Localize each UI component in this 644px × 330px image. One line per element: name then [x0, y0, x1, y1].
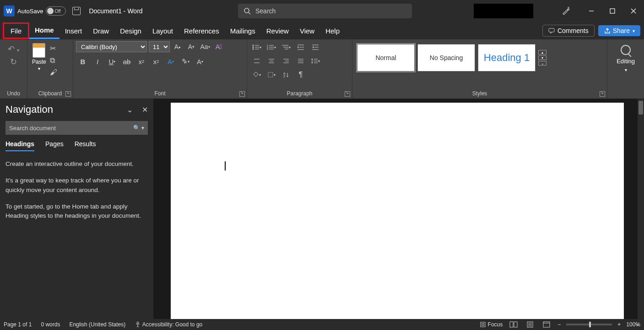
focus-mode-button[interactable]: Focus: [480, 321, 503, 328]
text-effects-button[interactable]: A▾: [164, 55, 178, 68]
shading-button[interactable]: ▾: [250, 69, 264, 81]
file-tab[interactable]: File: [3, 22, 29, 39]
styles-gallery-more[interactable]: ▴▾⌄: [538, 50, 547, 66]
font-color-button[interactable]: A▾: [193, 55, 207, 68]
tab-help[interactable]: Help: [320, 22, 345, 39]
nav-tab-results[interactable]: Results: [75, 140, 96, 151]
scrollbar-thumb[interactable]: [639, 101, 643, 115]
file-label: File: [11, 27, 22, 35]
justify-button[interactable]: [294, 55, 308, 67]
menu-bar: File Home Insert Draw Design Layout Refe…: [0, 22, 644, 39]
share-button[interactable]: Share ▾: [598, 25, 640, 36]
align-right-button[interactable]: [279, 55, 293, 67]
superscript-button[interactable]: x2: [149, 55, 163, 68]
copy-button[interactable]: ⧉: [50, 56, 57, 65]
svg-rect-54: [543, 322, 550, 327]
nav-close-button[interactable]: ✕: [142, 105, 148, 114]
font-size-select[interactable]: 11: [149, 41, 170, 52]
comment-icon: [548, 28, 555, 34]
word-count[interactable]: 0 words: [41, 321, 60, 328]
grow-font-button[interactable]: A▴: [172, 41, 184, 52]
nav-chevron-down-icon[interactable]: ⌄: [127, 105, 133, 114]
font-name-select[interactable]: Calibri (Body): [76, 41, 147, 52]
main-area: Navigation ⌄ ✕ 🔍 ▾ Headings Pages Result…: [0, 99, 644, 319]
vertical-scrollbar[interactable]: [638, 99, 644, 319]
cut-button[interactable]: ✂: [50, 44, 57, 53]
italic-button[interactable]: I: [91, 55, 104, 68]
tab-draw[interactable]: Draw: [87, 22, 114, 39]
bullets-button[interactable]: ▾: [250, 41, 264, 53]
tab-home[interactable]: Home: [29, 22, 60, 39]
save-icon[interactable]: [72, 7, 81, 15]
tab-mailings[interactable]: Mailings: [225, 22, 261, 39]
borders-button[interactable]: ▾: [265, 69, 278, 81]
align-center-button[interactable]: [265, 55, 278, 67]
nav-header: Navigation ⌄ ✕: [5, 104, 148, 116]
document-title: Document1 - Word: [89, 7, 142, 15]
paste-button[interactable]: Paste ▾: [30, 41, 48, 89]
svg-rect-46: [481, 322, 485, 327]
shrink-font-button[interactable]: A▾: [185, 41, 197, 52]
style-heading-1[interactable]: Heading 1: [478, 44, 536, 72]
strikethrough-button[interactable]: ab: [120, 55, 134, 68]
find-icon[interactable]: [621, 45, 631, 55]
nav-tab-pages[interactable]: Pages: [45, 140, 64, 151]
tab-insert[interactable]: Insert: [60, 22, 88, 39]
sort-button[interactable]: AZ: [279, 69, 293, 81]
show-marks-button[interactable]: ¶: [294, 69, 308, 81]
web-layout-button[interactable]: [541, 320, 552, 329]
autosave-switch[interactable]: Off: [46, 6, 66, 16]
maximize-button[interactable]: [602, 4, 623, 18]
autosave-toggle[interactable]: AutoSave Off: [17, 6, 66, 16]
nav-search-box[interactable]: 🔍 ▾: [5, 121, 148, 135]
multilevel-list-button[interactable]: ▾: [279, 41, 293, 53]
line-spacing-button[interactable]: ▾: [308, 55, 322, 67]
tab-view[interactable]: View: [294, 22, 320, 39]
bold-button[interactable]: B: [76, 55, 90, 68]
clipboard-launcher[interactable]: [65, 91, 71, 97]
style-normal[interactable]: Normal: [357, 44, 415, 72]
subscript-button[interactable]: x2: [135, 55, 148, 68]
search-box[interactable]: Search: [238, 4, 412, 18]
tab-references[interactable]: References: [179, 22, 225, 39]
styles-launcher[interactable]: [600, 91, 605, 97]
print-layout-button[interactable]: [525, 320, 536, 329]
close-button[interactable]: [623, 4, 644, 18]
align-left-button[interactable]: [250, 55, 264, 67]
status-bar: Page 1 of 1 0 words English (United Stat…: [0, 319, 644, 330]
font-launcher[interactable]: [239, 91, 245, 97]
highlight-button[interactable]: ✎▾: [179, 55, 192, 68]
document-page[interactable]: [171, 103, 624, 319]
read-mode-button[interactable]: [508, 320, 519, 329]
tab-layout[interactable]: Layout: [147, 22, 179, 39]
style-no-spacing[interactable]: No Spacing: [417, 44, 475, 72]
underline-button[interactable]: U▾: [105, 55, 119, 68]
decrease-indent-button[interactable]: [294, 41, 308, 53]
zoom-in-button[interactable]: +: [617, 321, 621, 328]
document-area: [153, 99, 644, 319]
nav-search-icon[interactable]: 🔍 ▾: [133, 125, 144, 131]
accessibility-status[interactable]: Accessibility: Good to go: [135, 321, 202, 328]
nav-search-input[interactable]: [9, 125, 133, 132]
numbering-button[interactable]: 123▾: [265, 41, 278, 53]
ribbon-collapse-button[interactable]: ⌄: [635, 320, 640, 327]
nav-tab-headings[interactable]: Headings: [5, 140, 34, 151]
minimize-button[interactable]: [581, 4, 602, 18]
clear-formatting-button[interactable]: A⃠: [213, 41, 225, 52]
zoom-slider[interactable]: [566, 324, 612, 325]
zoom-out-button[interactable]: −: [557, 321, 561, 328]
language-indicator[interactable]: English (United States): [69, 321, 125, 328]
page-indicator[interactable]: Page 1 of 1: [4, 321, 32, 328]
redo-button[interactable]: ↻: [10, 57, 17, 67]
undo-button[interactable]: ↶ ▾: [8, 44, 19, 54]
tab-review[interactable]: Review: [261, 22, 294, 39]
coming-soon-icon[interactable]: [555, 4, 576, 18]
format-painter-button[interactable]: 🖌: [50, 68, 57, 77]
chevron-down-icon[interactable]: ▾: [625, 67, 627, 72]
paragraph-launcher[interactable]: [345, 91, 350, 97]
increase-indent-button[interactable]: [308, 41, 322, 53]
comments-button[interactable]: Comments: [542, 25, 595, 37]
tab-design[interactable]: Design: [114, 22, 147, 39]
change-case-button[interactable]: Aa▾: [199, 41, 211, 52]
navigation-pane: Navigation ⌄ ✕ 🔍 ▾ Headings Pages Result…: [0, 99, 153, 319]
